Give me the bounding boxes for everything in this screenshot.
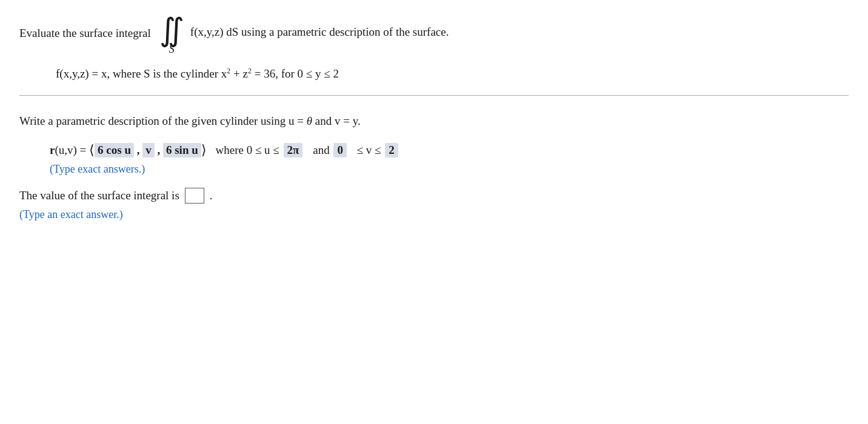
intro-text: Evaluate the surface integral <box>19 15 151 42</box>
integral-s-label: S <box>169 44 175 55</box>
v-where-text: ≤ v ≤ <box>354 144 384 157</box>
type-note-2: (Type an exact answer.) <box>19 208 849 221</box>
section-divider <box>19 95 849 96</box>
where-text: where 0 ≤ u ≤ <box>213 144 282 157</box>
component-1: 6 cos u <box>95 143 134 157</box>
u-upper-value: 2π <box>284 143 303 157</box>
parametric-intro: Write a parametric description of the gi… <box>19 113 849 130</box>
function-description: f(x,y,z) = x, where S is the cylinder x2… <box>56 67 849 81</box>
answer-input-box[interactable] <box>185 188 204 204</box>
and-text: and <box>310 144 332 157</box>
problem-header: Evaluate the surface integral ∬ S f(x,y,… <box>19 15 849 55</box>
value-prefix: The value of the surface integral is <box>19 189 179 202</box>
type-note-1: (Type exact answers.) <box>50 163 849 176</box>
double-integral-symbol: ∬ S <box>159 15 184 55</box>
page-container: Evaluate the surface integral ∬ S f(x,y,… <box>0 0 868 236</box>
v-lower-value: 0 <box>333 143 347 157</box>
r-args: (u,v) = <box>55 144 89 157</box>
parametric-equation-line: r (u,v) = ⟨ 6 cos u , v , 6 sin u ⟩ wher… <box>50 142 849 158</box>
component-2: v <box>142 143 155 157</box>
value-suffix: . <box>210 189 213 202</box>
function-def-text: f(x,y,z) = x, where S is the cylinder x2… <box>56 67 339 80</box>
r-label: r <box>50 144 55 157</box>
integral-expression: f(x,y,z) dS using a parametric descripti… <box>190 15 449 39</box>
parametric-section: Write a parametric description of the gi… <box>19 113 849 221</box>
component-3: 6 sin u <box>163 143 201 157</box>
value-section: The value of the surface integral is . <box>19 188 849 204</box>
v-upper-value: 2 <box>385 143 398 157</box>
